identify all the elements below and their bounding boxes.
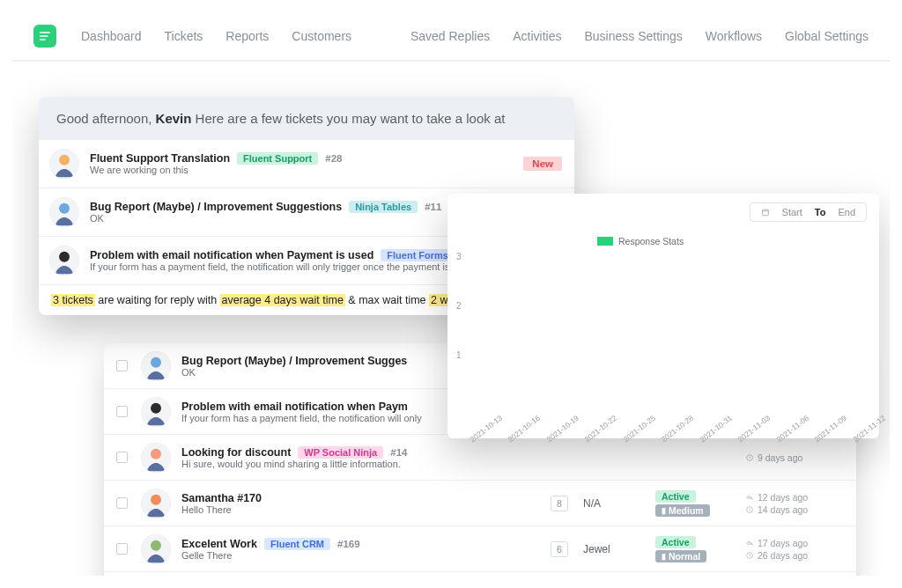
avatar bbox=[141, 443, 171, 473]
time-col: 9 days ago bbox=[745, 452, 842, 463]
calendar-icon bbox=[761, 208, 770, 217]
svg-rect-22 bbox=[762, 209, 768, 216]
ticket-title: Excelent Work bbox=[181, 538, 257, 550]
chart-plot-area: 321 bbox=[467, 252, 867, 400]
svg-point-3 bbox=[151, 402, 161, 413]
chart-card: Start To End Response Stats 321 2021-10-… bbox=[447, 194, 879, 438]
row-checkbox[interactable] bbox=[113, 497, 130, 509]
svg-point-21 bbox=[59, 252, 70, 262]
x-tick: 2021-11-12 bbox=[851, 414, 886, 445]
avatar bbox=[141, 534, 171, 564]
avatar bbox=[49, 197, 79, 227]
reply-count: 8 bbox=[546, 495, 573, 511]
ticket-id: #169 bbox=[337, 539, 360, 549]
clock-icon bbox=[745, 453, 754, 462]
ticket-id: #14 bbox=[390, 447, 407, 458]
time-col: 17 days ago 26 days ago bbox=[745, 538, 842, 561]
greeting-prefix: Good afternoon, bbox=[56, 111, 156, 126]
nav-dashboard[interactable]: Dashboard bbox=[81, 29, 142, 43]
reply-icon bbox=[745, 493, 754, 502]
ticket-title: Looking for discount bbox=[181, 446, 291, 459]
top-nav: Dashboard Tickets Reports Customers Save… bbox=[12, 12, 890, 62]
ticket-id: #11 bbox=[425, 202, 441, 212]
reply-count: 6 bbox=[546, 540, 573, 557]
greeting-suffix: Here are a few tickets you may want to t… bbox=[191, 111, 505, 126]
svg-point-19 bbox=[59, 203, 70, 214]
chart-legend: Response Stats bbox=[597, 236, 684, 246]
nav-activities[interactable]: Activities bbox=[513, 29, 561, 43]
app-frame: Dashboard Tickets Reports Customers Save… bbox=[12, 12, 890, 576]
ticket-excerpt: Hello There bbox=[181, 504, 536, 515]
avatar bbox=[49, 246, 79, 276]
ticket-cell: Looking for discountWP Social Ninja#14 H… bbox=[181, 446, 536, 469]
chart-bars bbox=[472, 252, 867, 400]
status-col: Active ▮Medium bbox=[655, 490, 735, 517]
ticket-summary: Fluent Support TranslationFluent Support… bbox=[90, 152, 513, 175]
reply-icon bbox=[745, 539, 754, 548]
clock-icon bbox=[745, 551, 754, 560]
ticket-title: Bug Report (Maybe) / Improvement Suggest… bbox=[90, 201, 342, 213]
greeting-header: Good afternoon, Kevin Here are a few tic… bbox=[39, 97, 574, 140]
date-to: To bbox=[815, 207, 826, 217]
table-row[interactable]: Samantha #170 Hello There 8N/A Active ▮M… bbox=[104, 481, 856, 526]
avatar bbox=[49, 149, 79, 179]
legend-swatch bbox=[597, 237, 613, 246]
ticket-title: Problem with email notification when Pay… bbox=[90, 249, 373, 261]
status-badge: Active bbox=[655, 536, 696, 548]
nav-tickets[interactable]: Tickets bbox=[165, 29, 203, 43]
greeting-name: Kevin bbox=[156, 111, 192, 126]
ticket-title: Problem with email notification when Pay… bbox=[181, 401, 408, 413]
assignee: N/A bbox=[583, 497, 645, 510]
summary-avg: average 4 days wait time bbox=[220, 294, 345, 306]
priority-badge: ▮Medium bbox=[655, 504, 710, 517]
nav-global-settings[interactable]: Global Settings bbox=[785, 29, 869, 43]
nav-reports[interactable]: Reports bbox=[226, 29, 269, 43]
ticket-excerpt: Hi sure, would you mind sharing a little… bbox=[181, 459, 536, 469]
nav-workflows[interactable]: Workflows bbox=[706, 29, 762, 43]
ticket-excerpt: We are working on this bbox=[90, 165, 513, 175]
ticket-cell: Excelent WorkFluent CRM#169 Gelle There bbox=[181, 538, 536, 561]
date-range-picker[interactable]: Start To End bbox=[750, 202, 867, 222]
nav-customers[interactable]: Customers bbox=[292, 29, 351, 43]
ticket-cell: Samantha #170 Hello There bbox=[181, 492, 536, 515]
flag-icon: ▮ bbox=[662, 552, 666, 561]
assignee: Jewel bbox=[583, 543, 645, 555]
svg-point-5 bbox=[151, 448, 161, 459]
greeting-ticket-row[interactable]: Fluent Support TranslationFluent Support… bbox=[39, 140, 574, 187]
table-row[interactable]: Excelent WorkFluent CRM#169 Gelle There … bbox=[104, 526, 856, 572]
chart-y-axis: 321 bbox=[456, 252, 462, 400]
ticket-excerpt: Gelle There bbox=[181, 550, 536, 561]
product-tag: Fluent CRM bbox=[264, 538, 330, 550]
row-checkbox[interactable] bbox=[113, 406, 130, 417]
status-badge: Active bbox=[655, 490, 696, 503]
avatar bbox=[141, 489, 171, 518]
ticket-id: #28 bbox=[325, 153, 342, 164]
ticket-title: Samantha #170 bbox=[181, 492, 262, 504]
row-checkbox[interactable] bbox=[113, 543, 130, 555]
priority-badge: ▮Normal bbox=[655, 550, 706, 562]
summary-count: 3 tickets bbox=[51, 294, 95, 306]
product-tag: WP Social Ninja bbox=[298, 446, 383, 459]
product-tag: Ninja Tables bbox=[349, 201, 418, 213]
date-end: End bbox=[838, 207, 855, 217]
svg-point-8 bbox=[151, 494, 161, 504]
clock-icon bbox=[745, 505, 754, 514]
chart-x-axis: 2021-10-132021-10-162021-10-192021-10-22… bbox=[467, 424, 867, 433]
svg-point-17 bbox=[59, 155, 70, 165]
row-checkbox[interactable] bbox=[113, 452, 130, 463]
table-row[interactable]: Feature Request RelatedFluentForms#170 H… bbox=[104, 572, 856, 576]
new-badge: New bbox=[523, 157, 562, 171]
svg-point-1 bbox=[151, 356, 161, 367]
date-start: Start bbox=[782, 207, 802, 217]
avatar bbox=[141, 397, 171, 427]
nav-secondary: Saved Replies Activities Business Settin… bbox=[410, 29, 869, 43]
row-checkbox[interactable] bbox=[113, 360, 130, 371]
ticket-title: Fluent Support Translation bbox=[90, 152, 230, 165]
nav-saved-replies[interactable]: Saved Replies bbox=[410, 29, 490, 43]
nav-business-settings[interactable]: Business Settings bbox=[584, 29, 682, 43]
svg-point-11 bbox=[151, 540, 161, 550]
time-col: 12 days ago 14 days ago bbox=[745, 492, 842, 515]
app-logo[interactable] bbox=[33, 25, 56, 48]
avatar bbox=[141, 351, 171, 381]
ticket-title: Bug Report (Maybe) / Improvement Sugges bbox=[181, 355, 407, 367]
